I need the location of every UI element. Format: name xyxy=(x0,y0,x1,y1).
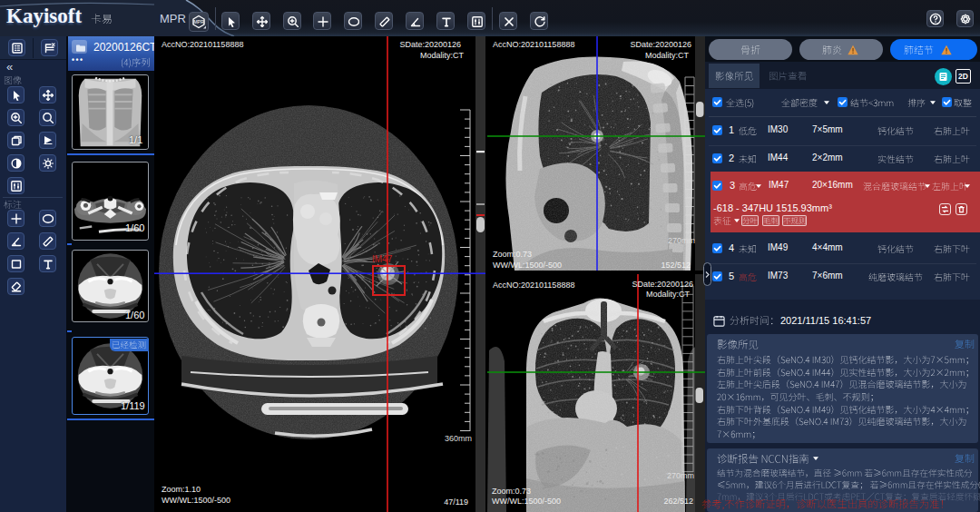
svg-text:MPR: MPR xyxy=(193,19,204,25)
svg-text:IM47: IM47 xyxy=(372,254,393,264)
